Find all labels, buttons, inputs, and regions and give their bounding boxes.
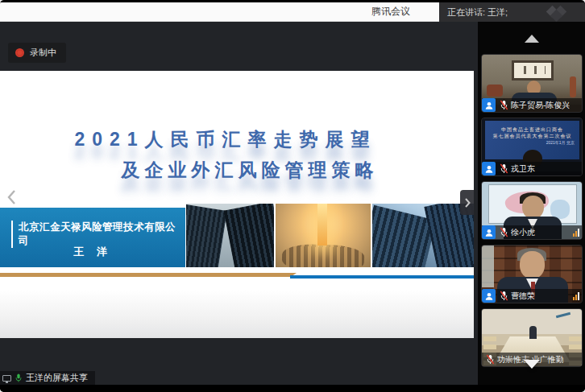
share-status-label: 王洋的屏幕共享 <box>26 372 88 384</box>
mic-muted-icon <box>500 163 508 174</box>
name-bar: 戎卫东 <box>482 162 582 175</box>
slide-banner-band: 北京汇金天禄风险管理技术有限公司 王 洋 <box>0 204 474 267</box>
chevron-left-icon <box>7 189 16 205</box>
slide-title: 2021人民币汇率走势展望 及企业外汇风险管理策略 <box>0 127 474 183</box>
screen-share-icon <box>2 375 11 382</box>
bottom-strip <box>0 385 585 392</box>
participant-tile-3[interactable]: 徐小虎 <box>481 181 583 240</box>
meeting-window: 腾讯会议 正在讲话: 王洋; 录制中 2021人民币汇率走势展望 及企业外汇风险… <box>0 0 585 392</box>
screen-text-line1: 中国食品土畜进出口商会 <box>485 126 579 133</box>
share-status-bar: 王洋的屏幕共享 <box>0 371 95 385</box>
picture-frame <box>512 60 554 80</box>
mic-muted-icon <box>500 291 508 301</box>
presenter-name: 王 洋 <box>0 245 185 259</box>
prev-slide-button[interactable] <box>2 184 20 211</box>
speaking-status: 正在讲话: 王洋; <box>447 6 508 19</box>
mic-muted-icon <box>486 354 495 365</box>
mic-on-icon <box>15 373 23 383</box>
person-icon <box>484 101 494 110</box>
participant-tile-2[interactable]: 中国食品土畜进出口商会 第七届会员代表大会第二次会议 2021年1月 北京 <box>481 118 583 176</box>
signal-strength-icon <box>573 292 579 300</box>
slide-title-line2: 及企业外汇风险管理策略 <box>13 158 487 183</box>
participant-name: 陈子贸易-陈俊兴 <box>511 100 570 111</box>
mic-muted-icon <box>500 100 508 110</box>
mic-muted-icon <box>500 227 508 237</box>
recording-indicator[interactable]: 录制中 <box>8 43 66 63</box>
next-slide-button[interactable] <box>460 190 474 215</box>
screen-text-line3: 2021年1月 北京 <box>485 139 579 146</box>
speaking-status-bar: 正在讲话: 王洋; <box>439 2 585 22</box>
signal-strength-icon <box>573 229 579 237</box>
avatar-badge <box>482 98 496 112</box>
shared-slide: 2021人民币汇率走势展望 及企业外汇风险管理策略 北京汇金天禄风险管理技术有限… <box>0 71 474 338</box>
person-icon <box>484 228 494 237</box>
recording-label: 录制中 <box>30 47 56 59</box>
app-tab-label: 腾讯会议 <box>371 5 410 19</box>
city-photo-3 <box>372 204 474 267</box>
chevron-right-icon <box>464 197 471 208</box>
slide-title-line1: 2021人民币汇率走势展望 <box>0 127 463 152</box>
meeting-logo-icon <box>545 6 574 19</box>
city-photo-1 <box>186 204 274 267</box>
name-bar: 陈子贸易-陈俊兴 <box>482 98 582 112</box>
company-name: 北京汇金天禄风险管理技术有限公司 <box>11 221 185 248</box>
wall-logo <box>556 312 570 318</box>
city-photo-2 <box>276 204 371 267</box>
screen-text-line2: 第七届会员代表大会第二次会议 <box>485 133 579 139</box>
participant-tile-4[interactable]: 曹德荣 <box>481 245 583 303</box>
person-silhouette <box>520 251 545 279</box>
screen-share-stage: 录制中 2021人民币汇率走势展望 及企业外汇风险管理策略 北京汇金天禄风险管理… <box>0 22 478 385</box>
name-bar: 曹德荣 <box>482 289 582 303</box>
person-silhouette <box>529 326 537 339</box>
avatar-badge <box>482 289 496 303</box>
app-tab[interactable]: 腾讯会议 <box>0 2 439 22</box>
scroll-down-button[interactable] <box>524 360 540 369</box>
person-icon <box>484 291 494 301</box>
avatar-badge <box>482 162 496 175</box>
participant-tile-1[interactable]: 陈子贸易-陈俊兴 <box>481 54 583 113</box>
participants-sidebar: 陈子贸易-陈俊兴 中国食品土畜进出口商会 第七届会员代表大会第二次会议 2021… <box>478 22 585 385</box>
name-bar: 徐小虎 <box>482 225 582 239</box>
person-silhouette <box>522 196 544 219</box>
participant-name: 曹德荣 <box>511 291 535 302</box>
participant-name: 戎卫东 <box>511 163 535 175</box>
person-icon <box>484 164 494 174</box>
divider-gold <box>0 273 297 277</box>
record-dot-icon <box>15 48 24 57</box>
titlebar: 腾讯会议 正在讲话: 王洋; <box>0 2 585 22</box>
participant-name: 徐小虎 <box>511 227 535 238</box>
presenter-card: 北京汇金天禄风险管理技术有限公司 王 洋 <box>0 208 185 267</box>
scroll-up-button[interactable] <box>525 35 539 43</box>
avatar-badge <box>482 225 496 239</box>
participant-tile-5[interactable]: 功崇惟志 业广惟勤 <box>481 308 583 367</box>
divider-blue <box>290 275 474 279</box>
